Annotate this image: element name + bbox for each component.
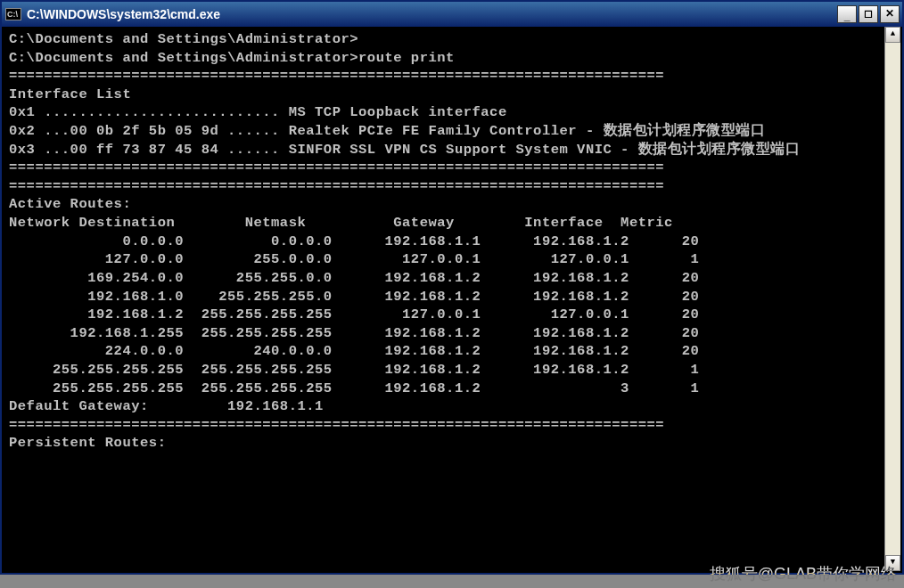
content-area: C:\Documents and Settings\Administrator>… (4, 27, 900, 571)
titlebar-text: C:\WINDOWS\system32\cmd.exe (27, 7, 837, 21)
cmd-window: C:\ C:\WINDOWS\system32\cmd.exe _ ◻ ✕ C:… (0, 0, 904, 575)
window-controls: _ ◻ ✕ (837, 5, 900, 23)
titlebar[interactable]: C:\ C:\WINDOWS\system32\cmd.exe _ ◻ ✕ (2, 2, 902, 27)
scroll-up-button[interactable]: ▲ (885, 27, 900, 43)
watermark-text: 搜狐号@GLAB带你学网络 (710, 563, 897, 584)
maximize-button[interactable]: ◻ (859, 5, 878, 23)
cmd-icon: C:\ (5, 8, 21, 20)
terminal-output[interactable]: C:\Documents and Settings\Administrator>… (4, 27, 884, 571)
close-button[interactable]: ✕ (880, 5, 900, 23)
scrollbar[interactable]: ▲ ▼ (884, 27, 900, 571)
scroll-track[interactable] (885, 43, 900, 555)
minimize-button[interactable]: _ (837, 5, 857, 23)
